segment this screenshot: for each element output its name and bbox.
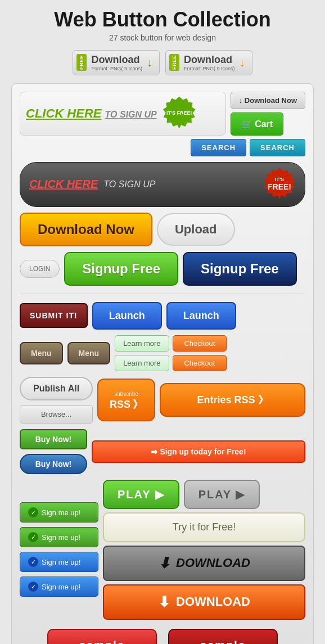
row-9: ✓ Sign me up! ✓ Sign me up! ✓ Sign me up… bbox=[20, 480, 305, 620]
check-icon-3: ✓ bbox=[28, 557, 38, 567]
badge-title-1: Download bbox=[91, 54, 142, 66]
download-dark-button[interactable]: ⬇ DOWNLOAD bbox=[103, 546, 305, 581]
content-area: CLICK HERE TO SIGN UP IT'S FREE! ↓ Downl… bbox=[11, 83, 314, 644]
upload-button[interactable]: Upload bbox=[157, 213, 235, 246]
left-col-8: Buy Now! Buy Now! bbox=[20, 429, 87, 474]
menu-button-2[interactable]: Menu bbox=[67, 342, 111, 364]
sign-me-up-blue-1[interactable]: ✓ Sign me up! bbox=[20, 552, 98, 572]
click-here-label-1: CLICK HERE TO SIGN UP bbox=[26, 106, 157, 121]
checkout-button-2[interactable]: Checkout bbox=[173, 355, 227, 371]
buy-now-blue-button[interactable]: Buy Now! bbox=[20, 454, 87, 474]
row-8: Buy Now! Buy Now! ➡ Sign up today for Fr… bbox=[20, 429, 305, 474]
cart-button[interactable]: 🛒 Cart bbox=[231, 112, 283, 136]
try-free-button[interactable]: Try it for Free! bbox=[103, 512, 305, 542]
to-sign-label-2: TO SIGN UP bbox=[103, 179, 155, 190]
learn-checkout-grid: Learn more Checkout Learn more Checkout bbox=[115, 335, 227, 371]
badge-title-2: Download bbox=[184, 54, 235, 66]
play-green-button[interactable]: PLAY ▶ bbox=[103, 480, 179, 509]
play-row: PLAY ▶ PLAY ▶ bbox=[103, 480, 305, 509]
badge-text-2: Download Format: PNG( 9 Icons) bbox=[184, 54, 235, 71]
left-col-9: ✓ Sign me up! ✓ Sign me up! ✓ Sign me up… bbox=[20, 502, 98, 597]
browse-button[interactable]: Browse... bbox=[20, 405, 93, 424]
buy-now-green-button[interactable]: Buy Now! bbox=[20, 429, 87, 449]
badge-download-icon-2: ↓ bbox=[240, 56, 245, 69]
free-badge-red-text: IT'S FREE! bbox=[268, 177, 291, 191]
play-gray-button[interactable]: PLAY ▶ bbox=[184, 480, 260, 509]
signup-area-1[interactable]: CLICK HERE TO SIGN UP IT'S FREE! bbox=[20, 92, 226, 136]
entries-rss-button[interactable]: Entries RSS 》 bbox=[160, 383, 305, 417]
divider-1 bbox=[20, 294, 305, 294]
sign-me-up-green-2[interactable]: ✓ Sign me up! bbox=[20, 527, 98, 547]
download-orange-label: DOWNLOAD bbox=[176, 595, 250, 609]
submit-it-button[interactable]: SUBMIT IT! bbox=[20, 303, 88, 328]
signup-free-darkblue-button[interactable]: Signup Free bbox=[183, 252, 297, 286]
check-icon-1: ✓ bbox=[28, 507, 38, 517]
launch-button-2[interactable]: Launch bbox=[166, 302, 236, 330]
sign-me-up-green-1[interactable]: ✓ Sign me up! bbox=[20, 502, 98, 523]
badge-download-icon-1: ↓ bbox=[147, 56, 152, 69]
sign-me-up-label-2: Sign me up! bbox=[42, 533, 80, 542]
search-button-1[interactable]: SEARCH bbox=[191, 139, 246, 156]
right-col-1: ↓ Download Now 🛒 Cart bbox=[231, 92, 305, 136]
row-5: SUBMIT IT! Launch Launch bbox=[20, 302, 305, 330]
sign-me-up-label-3: Sign me up! bbox=[42, 558, 80, 566]
free-tag-2: FREE bbox=[169, 54, 179, 71]
rss-button[interactable]: subscribe RSS 》 bbox=[97, 379, 155, 421]
sign-me-up-label-4: Sign me up! bbox=[42, 583, 80, 591]
rss-icon: 》 bbox=[258, 394, 268, 406]
sign-me-up-label-1: Sign me up! bbox=[42, 508, 80, 517]
free-tag-1: FREE bbox=[76, 54, 87, 71]
badge-subtitle-1: Format: PNG( 9 Icons) bbox=[91, 66, 142, 71]
free-badge-red[interactable]: IT'S FREE! bbox=[263, 168, 296, 201]
login-button[interactable]: LOGIN bbox=[20, 260, 60, 278]
entries-rss-label: Entries RSS bbox=[197, 394, 255, 406]
search-button-2[interactable]: SEARCH bbox=[250, 139, 305, 156]
rss-label: subscribe RSS 》 bbox=[110, 389, 143, 411]
download-now-lg-button[interactable]: Download Now bbox=[20, 213, 152, 246]
row-4: LOGIN Signup Free Signup Free bbox=[20, 252, 305, 286]
download-badge-1[interactable]: FREE Download Format: PNG( 9 Icons) ↓ bbox=[73, 50, 160, 75]
page-subtitle: 27 stock button for web design bbox=[109, 33, 216, 42]
badge-subtitle-2: Format: PNG( 9 Icons) bbox=[184, 66, 235, 71]
publish-all-button[interactable]: Publish All bbox=[20, 377, 93, 400]
menu-button-1[interactable]: Menu bbox=[20, 342, 63, 364]
launch-button-1[interactable]: Launch bbox=[92, 302, 162, 330]
free-badge-green-text: IT'S FREE! bbox=[166, 111, 192, 116]
download-orange-button[interactable]: ⬇ DOWNLOAD bbox=[103, 584, 305, 620]
signup-area-2[interactable]: CLICK HERE TO SIGN UP IT'S FREE! bbox=[20, 162, 305, 207]
sample-darkred-button[interactable]: · sample · bbox=[168, 629, 278, 644]
right-section-9: PLAY ▶ PLAY ▶ Try it for Free! ⬇ DOWNLOA… bbox=[103, 480, 305, 620]
check-icon-4: ✓ bbox=[28, 582, 38, 592]
check-icon-2: ✓ bbox=[28, 532, 38, 542]
sign-me-up-blue-2[interactable]: ✓ Sign me up! bbox=[20, 577, 98, 597]
download-now-sm-button[interactable]: ↓ Download Now bbox=[231, 92, 305, 109]
row-7: Publish All Browse... subscribe RSS 》 En… bbox=[20, 377, 305, 424]
row-3: Download Now Upload bbox=[20, 213, 305, 246]
checkout-button-1[interactable]: Checkout bbox=[173, 335, 227, 352]
sign-up-today-button[interactable]: ➡ Sign up today for Free! bbox=[92, 440, 305, 463]
free-badge-green[interactable]: IT'S FREE! bbox=[162, 97, 196, 130]
download-orange-arrow: ⬇ bbox=[158, 593, 170, 611]
page-title: Web Button Collection bbox=[54, 8, 270, 31]
learn-more-button-2[interactable]: Learn more bbox=[115, 355, 169, 371]
left-col-7: Publish All Browse... bbox=[20, 377, 93, 424]
row-1: CLICK HERE TO SIGN UP IT'S FREE! ↓ Downl… bbox=[20, 92, 305, 136]
badge-text-1: Download Format: PNG( 9 Icons) bbox=[91, 54, 142, 71]
sample-row: · sample · · sample · bbox=[20, 629, 305, 644]
download-badges-row: FREE Download Format: PNG( 9 Icons) ↓ FR… bbox=[73, 50, 252, 75]
download-badge-2[interactable]: FREE Download Format: PNG( 9 Icons) ↓ bbox=[165, 50, 252, 75]
click-here-label-2: CLICK HERE bbox=[29, 178, 98, 191]
download-dark-label: DOWNLOAD bbox=[176, 556, 250, 570]
download-dark-arrow: ⬇ bbox=[158, 555, 170, 572]
learn-more-button-1[interactable]: Learn more bbox=[115, 335, 169, 352]
row-6: Menu Menu Learn more Checkout Learn more… bbox=[20, 335, 305, 371]
signup-free-green-button[interactable]: Signup Free bbox=[64, 252, 178, 286]
sample-red-button[interactable]: · sample · bbox=[47, 629, 157, 644]
